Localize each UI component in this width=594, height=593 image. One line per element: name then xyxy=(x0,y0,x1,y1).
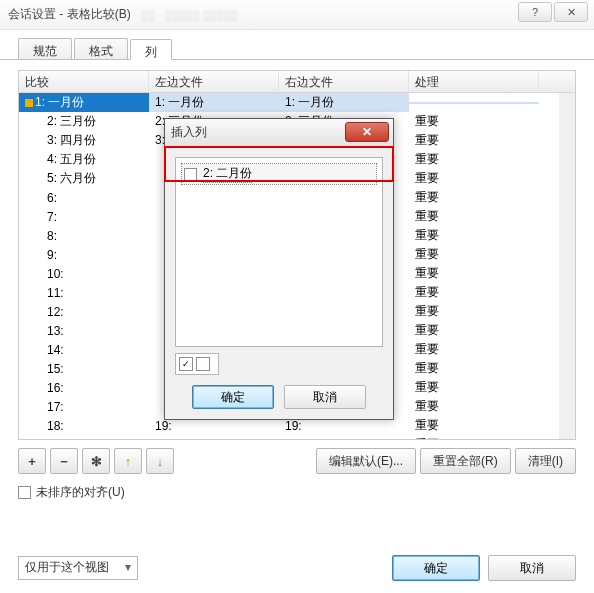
check-all-on-icon: ✓ xyxy=(179,357,193,371)
reset-all-button[interactable]: 重置全部(R) xyxy=(420,448,511,474)
cell-compare: 19: xyxy=(19,437,149,441)
cell-compare: 4: 五月份 xyxy=(19,150,149,169)
item-label: 2: 二月份 xyxy=(203,165,252,183)
tab-columns[interactable]: 列 xyxy=(130,39,172,60)
grid-header: 比较 左边文件 右边文件 处理 xyxy=(19,71,575,93)
cell-compare: 8: xyxy=(19,228,149,244)
cell-proc: 重要 xyxy=(409,397,539,416)
toolbar: + − ✻ ↑ ↓ 编辑默认(E)... 重置全部(R) 清理(I) xyxy=(18,448,576,474)
cell-compare: 13: xyxy=(19,323,149,339)
footer: 仅用于这个视图 确定 取消 xyxy=(18,555,576,581)
cell-proc: 重要 xyxy=(409,302,539,321)
edit-default-button[interactable]: 编辑默认(E)... xyxy=(316,448,416,474)
cell-proc: 重要 xyxy=(409,340,539,359)
move-up-button[interactable]: ↑ xyxy=(114,448,142,474)
cell-proc: 重要 xyxy=(409,226,539,245)
dialog-ok-button[interactable]: 确定 xyxy=(192,385,274,409)
cell-right: 1: 一月份 xyxy=(279,93,409,112)
help-button[interactable]: ? xyxy=(518,2,552,22)
title-blur: ▯▯ · ▯▯▯▯▯ ▯▯▯▯▯ xyxy=(141,8,238,22)
cell-compare: 3: 四月份 xyxy=(19,131,149,150)
clean-button[interactable]: 清理(I) xyxy=(515,448,576,474)
column-list[interactable]: 2: 二月份 xyxy=(175,157,383,347)
cell-proc: 重要 xyxy=(409,283,539,302)
unsorted-align-label: 未排序的对齐(U) xyxy=(36,484,125,501)
cancel-button[interactable]: 取消 xyxy=(488,555,576,581)
vertical-scrollbar[interactable] xyxy=(559,93,575,439)
cell-compare: 16: xyxy=(19,380,149,396)
unsorted-align-row: 未排序的对齐(U) xyxy=(18,484,576,501)
titlebar: 会话设置 - 表格比较(B) ▯▯ · ▯▯▯▯▯ ▯▯▯▯▯ ? ✕ xyxy=(0,0,594,30)
cell-proc: 重要 xyxy=(409,321,539,340)
dialog-body: 2: 二月份 ✓ 确定 取消 xyxy=(165,147,393,419)
unsorted-align-checkbox[interactable] xyxy=(18,486,31,499)
cell-proc: 重要 xyxy=(409,112,539,131)
col-compare[interactable]: 比较 xyxy=(19,71,149,92)
cell-proc: 重要 xyxy=(409,378,539,397)
cell-compare: 12: xyxy=(19,304,149,320)
close-icon: ✕ xyxy=(362,125,372,139)
dialog-close-button[interactable]: ✕ xyxy=(345,122,389,142)
table-row[interactable]: 19: 20:20:重要 xyxy=(19,435,575,440)
cell-left: 1: 一月份 xyxy=(149,93,279,112)
key-icon xyxy=(25,99,33,107)
cell-compare: 1: 一月份 xyxy=(19,93,149,112)
cell-compare: 6: xyxy=(19,190,149,206)
cell-proc xyxy=(409,102,539,104)
dialog-cancel-button[interactable]: 取消 xyxy=(284,385,366,409)
cell-compare: 2: 三月份 xyxy=(19,112,149,131)
cell-compare: 7: xyxy=(19,209,149,225)
window-title: 会话设置 - 表格比较(B) xyxy=(8,6,131,23)
check-all-off-icon xyxy=(196,357,210,371)
remove-button[interactable]: − xyxy=(50,448,78,474)
tab-spec[interactable]: 规范 xyxy=(18,38,72,59)
cell-proc: 重要 xyxy=(409,359,539,378)
cell-compare: 17: xyxy=(19,399,149,415)
cell-compare: 14: xyxy=(19,342,149,358)
dialog-titlebar[interactable]: 插入列 ✕ xyxy=(165,119,393,147)
cell-proc: 重要 xyxy=(409,435,539,440)
cell-compare: 10: xyxy=(19,266,149,282)
check-all-toggle[interactable]: ✓ xyxy=(175,353,219,375)
table-row[interactable]: 1: 一月份1: 一月份1: 一月份 xyxy=(19,93,575,112)
settings-button[interactable]: ✻ xyxy=(82,448,110,474)
cell-compare: 11: xyxy=(19,285,149,301)
cell-left: 20: xyxy=(149,437,279,441)
tab-format[interactable]: 格式 xyxy=(74,38,128,59)
scope-combo[interactable]: 仅用于这个视图 xyxy=(18,556,138,580)
insert-column-dialog: 插入列 ✕ 2: 二月份 ✓ 确定 取消 xyxy=(164,118,394,420)
move-down-button[interactable]: ↓ xyxy=(146,448,174,474)
cell-proc: 重要 xyxy=(409,264,539,283)
cell-right: 20: xyxy=(279,437,409,441)
cell-proc: 重要 xyxy=(409,150,539,169)
tabs: 规范 格式 列 xyxy=(0,30,594,60)
col-left[interactable]: 左边文件 xyxy=(149,71,279,92)
cell-proc: 重要 xyxy=(409,416,539,435)
window: 会话设置 - 表格比较(B) ▯▯ · ▯▯▯▯▯ ▯▯▯▯▯ ? ✕ 规范 格… xyxy=(0,0,594,593)
cell-proc: 重要 xyxy=(409,131,539,150)
add-button[interactable]: + xyxy=(18,448,46,474)
close-button[interactable]: ✕ xyxy=(554,2,588,22)
cell-proc: 重要 xyxy=(409,207,539,226)
item-checkbox[interactable] xyxy=(184,168,197,181)
cell-compare: 9: xyxy=(19,247,149,263)
ok-button[interactable]: 确定 xyxy=(392,555,480,581)
list-item[interactable]: 2: 二月份 xyxy=(182,164,376,184)
cell-proc: 重要 xyxy=(409,188,539,207)
cell-compare: 18: xyxy=(19,418,149,434)
cell-compare: 5: 六月份 xyxy=(19,169,149,188)
col-proc[interactable]: 处理 xyxy=(409,71,539,92)
col-right[interactable]: 右边文件 xyxy=(279,71,409,92)
dialog-title: 插入列 xyxy=(171,124,207,141)
cell-proc: 重要 xyxy=(409,245,539,264)
cell-proc: 重要 xyxy=(409,169,539,188)
cell-compare: 15: xyxy=(19,361,149,377)
